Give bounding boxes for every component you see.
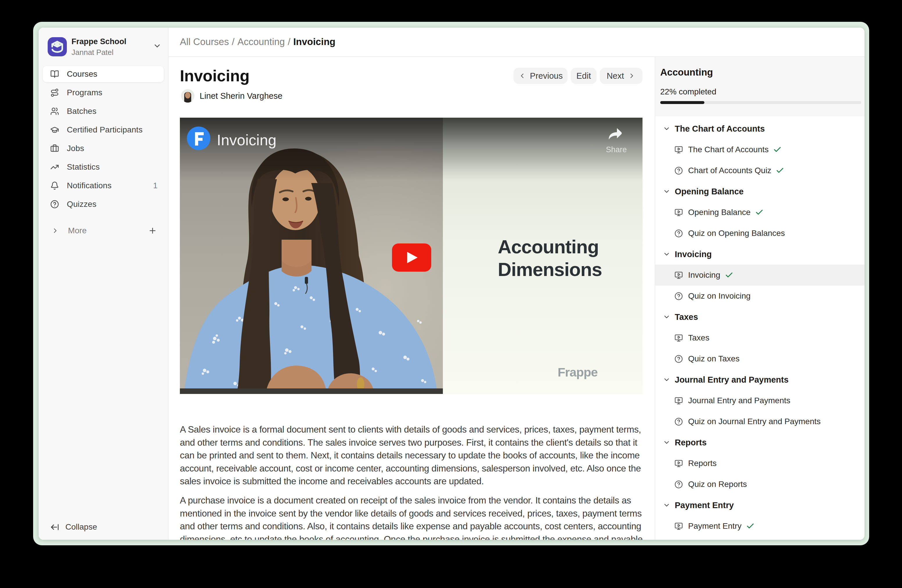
svg-text:Invoicing: Invoicing xyxy=(217,131,276,149)
svg-text:Share: Share xyxy=(606,145,627,154)
svg-text:Accounting: Accounting xyxy=(498,236,599,257)
svg-text:Frappe: Frappe xyxy=(557,365,597,379)
svg-text:Dimensions: Dimensions xyxy=(498,259,602,280)
